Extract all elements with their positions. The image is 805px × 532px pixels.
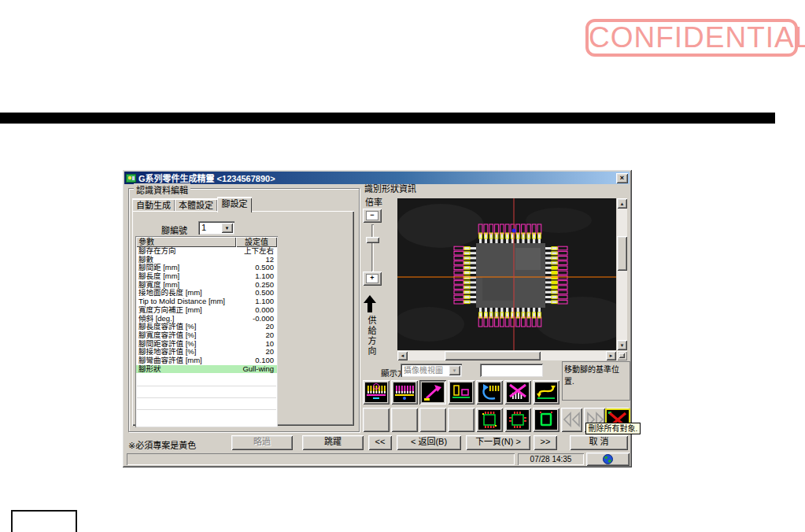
scroll-down-icon[interactable]: ▼ bbox=[617, 340, 627, 350]
back-button[interactable]: < 返回(B) bbox=[397, 435, 461, 450]
param-value: Gull-wing bbox=[236, 365, 277, 374]
pin-swap-icon bbox=[535, 382, 557, 402]
zoom-slider-handle[interactable] bbox=[366, 237, 379, 243]
table-row[interactable]: 寬度方向補正 [mm]0.000 bbox=[136, 306, 277, 315]
shape-info-title: 識別形狀資訊 bbox=[364, 182, 416, 194]
scroll-left-icon[interactable]: ◄ bbox=[397, 351, 408, 360]
param-value: 20 bbox=[236, 323, 277, 331]
param-name: 腳長度 [mm] bbox=[136, 272, 236, 281]
table-row[interactable]: 腳數12 bbox=[136, 256, 277, 264]
chip-frame-view-button[interactable] bbox=[504, 408, 531, 432]
camera-view[interactable] bbox=[397, 198, 616, 350]
scroll-up-icon[interactable]: ▲ bbox=[617, 198, 627, 209]
param-table-rows: 腳存在方向上下左右腳數12腳間距 [mm]0.500腳長度 [mm]1.100腳… bbox=[136, 247, 277, 373]
table-row[interactable]: 腳長度 [mm]1.100 bbox=[136, 272, 277, 281]
zoom-in-button[interactable]: + bbox=[363, 272, 382, 286]
rotate-pins-button[interactable] bbox=[476, 380, 503, 405]
zoom-label: 倍率 bbox=[365, 195, 382, 208]
table-row[interactable]: 腳寬度 [mm]0.250 bbox=[136, 281, 277, 290]
move-pin-hint-box: 移動腳的基準位置. bbox=[562, 361, 630, 401]
feed-direction-arrow-icon bbox=[364, 295, 376, 312]
add-pins-top-button[interactable] bbox=[391, 380, 418, 405]
add-pins-bottom-button[interactable] bbox=[363, 380, 390, 405]
chip-body-view-button[interactable] bbox=[533, 408, 559, 432]
globe-icon bbox=[603, 454, 613, 464]
arrows-left-icon bbox=[561, 410, 583, 430]
param-name: 腳間距 [mm] bbox=[136, 264, 236, 272]
empty-row-separator bbox=[137, 386, 276, 386]
param-value: 20 bbox=[236, 331, 277, 340]
table-row[interactable]: 腳間距容許值 [%]10 bbox=[136, 340, 277, 349]
vertical-scroll-thumb[interactable] bbox=[617, 236, 627, 271]
move-arrow-icon bbox=[422, 382, 444, 402]
required-note: ※必須專案是黃色 bbox=[128, 438, 196, 451]
table-row[interactable]: 腳彎曲容許值 [mm]0.100 bbox=[136, 357, 277, 365]
param-name: 接地面的長度 [mm] bbox=[136, 289, 236, 297]
chip-image bbox=[397, 198, 616, 350]
horizontal-scrollbar[interactable]: ◄ ► bbox=[397, 351, 616, 360]
table-row[interactable]: 腳形狀Gull-wing bbox=[136, 365, 277, 374]
param-value: 0.100 bbox=[236, 357, 277, 365]
direction-value-field[interactable] bbox=[480, 364, 543, 377]
param-value: 1.100 bbox=[236, 297, 277, 306]
table-row[interactable]: 腳寬度容許值 [%]20 bbox=[136, 331, 277, 340]
first-page-button[interactable]: << bbox=[368, 435, 392, 450]
pin-number-select[interactable]: 1 ▼ bbox=[198, 221, 234, 235]
horizontal-scroll-thumb[interactable] bbox=[445, 351, 541, 360]
zoom-in-icon: + bbox=[366, 274, 378, 283]
table-row[interactable]: 腳存在方向上下左右 bbox=[136, 247, 277, 256]
zoom-out-button[interactable]: − bbox=[363, 209, 382, 223]
zoom-slider-track[interactable] bbox=[371, 224, 374, 272]
align-pin-button[interactable] bbox=[448, 380, 475, 405]
tab-pin-settings[interactable]: 腳設定 bbox=[217, 197, 252, 212]
chevron-down-icon: ▼ bbox=[449, 365, 460, 375]
empty-row-separator bbox=[137, 397, 276, 398]
datetime-panel: 07/28 14:35 bbox=[518, 453, 584, 465]
pin-toolbar-row1 bbox=[363, 380, 559, 405]
param-value: 上下左右 bbox=[236, 247, 277, 256]
jump-button[interactable]: 跳躍 bbox=[302, 435, 364, 450]
table-row[interactable]: 傾斜 [deg.]-0.000 bbox=[136, 315, 277, 323]
move-pin-button[interactable] bbox=[419, 380, 446, 405]
delete-pin-button[interactable] bbox=[504, 380, 531, 405]
param-value: 0.000 bbox=[236, 306, 277, 315]
param-value: 1.100 bbox=[236, 272, 277, 281]
table-header: 參數 設定值 bbox=[136, 237, 277, 247]
param-name: 腳寬度容許值 [%] bbox=[136, 331, 236, 340]
cancel-button[interactable]: 取 消 bbox=[570, 435, 628, 450]
chevron-down-icon[interactable]: ▼ bbox=[221, 223, 233, 233]
empty-row-separator bbox=[137, 409, 276, 410]
param-name: 寬度方向補正 [mm] bbox=[136, 306, 236, 315]
bottom-left-box bbox=[11, 510, 77, 532]
feed-direction-label: 供給方向 bbox=[365, 316, 378, 357]
next-button[interactable]: 下一頁(N) > bbox=[466, 435, 530, 450]
confidential-stamp: CONFIDENTIAL bbox=[585, 19, 798, 57]
rotate-icon bbox=[478, 382, 500, 402]
prev-object-button[interactable] bbox=[561, 408, 582, 432]
param-name: 腳數 bbox=[136, 256, 236, 264]
last-page-button[interactable]: >> bbox=[534, 435, 557, 450]
param-name: 腳寬度 [mm] bbox=[136, 281, 236, 290]
swap-pins-button[interactable] bbox=[533, 380, 559, 405]
table-row[interactable]: 腳長度容許值 [%]20 bbox=[136, 323, 277, 331]
empty-slot-4-button bbox=[448, 408, 475, 432]
vertical-scrollbar[interactable]: ▲ ▼ bbox=[617, 198, 627, 350]
scroll-right-icon[interactable]: ► bbox=[606, 351, 616, 360]
parameter-table[interactable]: 參數 設定值 腳存在方向上下左右腳數12腳間距 [mm]0.500腳長度 [mm… bbox=[135, 236, 278, 427]
table-row[interactable]: 腳接地容許值 [%]20 bbox=[136, 348, 277, 357]
header-parameter: 參數 bbox=[136, 237, 236, 247]
wizard-app-icon bbox=[126, 174, 136, 183]
param-name: 傾斜 [deg.] bbox=[136, 315, 236, 323]
group-title: 認識資料編輯 bbox=[134, 183, 190, 196]
param-value: -0.000 bbox=[236, 315, 277, 323]
display-direction-select[interactable]: 攝像機視圖 ▼ bbox=[401, 364, 462, 377]
table-row[interactable]: 接地面的長度 [mm]0.500 bbox=[136, 289, 277, 297]
empty-slot-1-button bbox=[363, 408, 390, 432]
table-row[interactable]: Tip to Mold Distance [mm]1.100 bbox=[136, 297, 277, 306]
zoom-out-icon: − bbox=[366, 211, 378, 220]
pin-number-value: 1 bbox=[198, 221, 220, 235]
chip-pins-view-button[interactable] bbox=[476, 408, 503, 432]
language-button[interactable] bbox=[586, 453, 630, 466]
close-icon[interactable]: × bbox=[616, 173, 628, 183]
table-row[interactable]: 腳間距 [mm]0.500 bbox=[136, 264, 277, 272]
